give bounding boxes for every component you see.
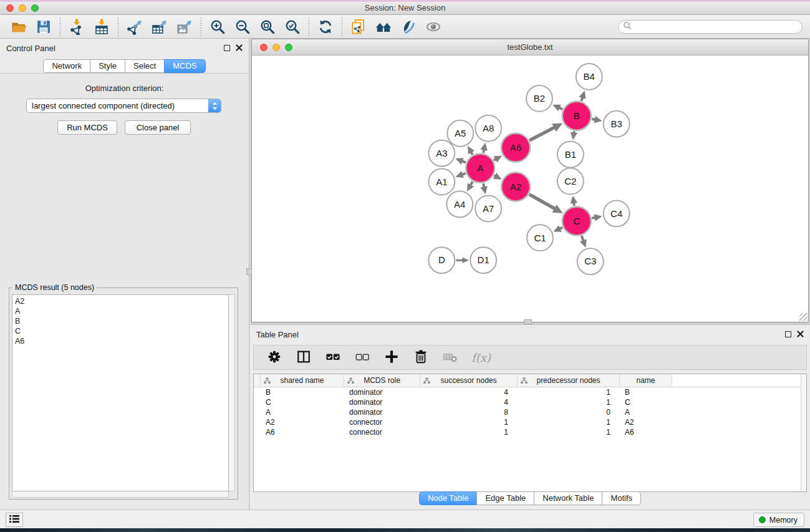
close-panel-icon[interactable] xyxy=(236,44,243,51)
add-row-button[interactable] xyxy=(383,349,400,365)
graph-edge-A-A3[interactable] xyxy=(455,158,466,165)
graph-node-B1[interactable]: B1 xyxy=(557,142,584,168)
graph-node-C2[interactable]: C2 xyxy=(557,168,584,195)
graph-edge-A-A1[interactable] xyxy=(455,171,465,178)
graph-edge-B-B3[interactable] xyxy=(592,116,602,123)
zoom-out-button[interactable] xyxy=(230,16,255,37)
tab-network-table[interactable]: Network Table xyxy=(534,491,602,505)
graphics-details-button[interactable] xyxy=(396,16,421,37)
graph-edge-C-C3[interactable] xyxy=(580,236,587,248)
mcds-result-item[interactable]: A6 xyxy=(15,336,226,346)
houses-button[interactable] xyxy=(371,16,396,37)
graph-node-A7[interactable]: A7 xyxy=(475,195,501,221)
mcds-result-item[interactable]: A xyxy=(15,306,226,316)
unselect-all-button[interactable] xyxy=(354,349,370,365)
import-network-button[interactable] xyxy=(64,16,89,37)
table-row[interactable]: A2connector11A2 xyxy=(254,417,806,427)
table-row[interactable]: Bdominator41B xyxy=(254,387,806,397)
zoom-window-button[interactable] xyxy=(31,4,39,12)
column-button[interactable] xyxy=(296,349,312,365)
mcds-result-item[interactable]: A2 xyxy=(15,296,226,306)
close-table-panel-icon[interactable] xyxy=(797,331,804,337)
graph-node-B2[interactable]: B2 xyxy=(526,85,552,112)
result-vertical-scrollbar[interactable] xyxy=(229,294,235,491)
memory-button[interactable]: Memory xyxy=(753,513,804,527)
graph-edge-A-A7[interactable] xyxy=(480,183,487,194)
table-row[interactable]: Cdominator41C xyxy=(254,397,806,407)
graph-node-C[interactable]: C xyxy=(562,206,591,235)
settings-button[interactable] xyxy=(266,349,282,365)
close-panel-button[interactable]: Close panel xyxy=(125,120,191,135)
graph-edge-B-B1[interactable] xyxy=(571,131,577,140)
horizontal-splitter-handle[interactable] xyxy=(524,319,532,324)
graph-node-A[interactable]: A xyxy=(466,154,494,183)
search-input[interactable] xyxy=(634,21,802,32)
graph-node-A3[interactable]: A3 xyxy=(428,140,455,167)
network-canvas[interactable]: AA1A2A3A4A5A6A7A8BB1B2B3B4CC1C2C3C4DD1 xyxy=(252,56,808,322)
optimization-criterion-select[interactable]: largest connected component (directed) xyxy=(26,99,221,113)
refresh-button[interactable] xyxy=(313,16,338,37)
network-minimize-button[interactable] xyxy=(272,44,280,51)
column-header-name[interactable]: name xyxy=(620,374,672,387)
graph-node-C3[interactable]: C3 xyxy=(577,248,604,274)
select-all-button[interactable] xyxy=(325,349,341,365)
table-vertical-scrollbar[interactable] xyxy=(801,374,806,491)
export-image-button[interactable] xyxy=(172,16,197,37)
tab-select[interactable]: Select xyxy=(125,59,165,73)
tab-node-table[interactable]: Node Table xyxy=(419,491,478,505)
float-table-panel-icon[interactable] xyxy=(785,331,791,337)
zoom-in-button[interactable] xyxy=(205,16,230,37)
graph-edge-C-C1[interactable] xyxy=(553,225,562,232)
graph-edge-C-C2[interactable] xyxy=(571,196,577,206)
search-box[interactable] xyxy=(618,20,803,34)
copy-network-button[interactable] xyxy=(346,16,371,37)
graph-node-A5[interactable]: A5 xyxy=(447,120,473,147)
graph-node-A1[interactable]: A1 xyxy=(428,169,455,195)
eye-button[interactable] xyxy=(421,16,446,37)
table-row[interactable]: Adominator80A xyxy=(254,407,806,417)
mcds-result-item[interactable]: B xyxy=(15,316,226,326)
minimize-window-button[interactable] xyxy=(19,4,26,12)
graph-node-A2[interactable]: A2 xyxy=(501,173,530,201)
function-builder-button[interactable]: f(x) xyxy=(471,351,491,364)
export-table-button[interactable] xyxy=(147,16,172,37)
zoom-fit-button[interactable] xyxy=(255,16,280,37)
graph-node-A4[interactable]: A4 xyxy=(446,191,473,217)
network-zoom-button[interactable] xyxy=(285,44,292,51)
table-row[interactable]: A6connector11A6 xyxy=(254,427,806,437)
tab-style[interactable]: Style xyxy=(90,59,125,73)
import-table-button[interactable] xyxy=(89,16,114,37)
graph-node-C4[interactable]: C4 xyxy=(604,200,630,226)
zoom-selected-button[interactable] xyxy=(280,16,305,37)
float-panel-icon[interactable] xyxy=(224,45,230,51)
graph-node-D1[interactable]: D1 xyxy=(470,247,496,273)
save-session-button[interactable] xyxy=(31,16,56,37)
open-session-button[interactable] xyxy=(6,16,31,37)
graph-node-B3[interactable]: B3 xyxy=(604,111,630,137)
graph-node-B[interactable]: B xyxy=(562,102,591,130)
delete-row-button[interactable] xyxy=(413,349,429,365)
network-close-button[interactable] xyxy=(260,44,268,51)
column-header-shared-name[interactable]: shared name xyxy=(261,374,344,387)
graph-edge-A2-C[interactable] xyxy=(529,195,563,213)
graph-edge-A-A6[interactable] xyxy=(494,155,503,162)
graph-node-B4[interactable]: B4 xyxy=(576,64,602,90)
column-header-predecessor-nodes[interactable]: predecessor nodes xyxy=(518,374,620,387)
graph-node-A8[interactable]: A8 xyxy=(475,115,501,142)
close-window-button[interactable] xyxy=(6,4,14,12)
vertical-splitter-handle[interactable] xyxy=(246,268,252,275)
delete-table-button[interactable] xyxy=(442,349,458,365)
graph-edge-B-B2[interactable] xyxy=(552,105,562,111)
tab-mcds[interactable]: MCDS xyxy=(164,59,205,73)
tab-motifs[interactable]: Motifs xyxy=(602,491,641,505)
graph-edge-C-C4[interactable] xyxy=(592,214,602,221)
column-header-MCDS-role[interactable]: MCDS role xyxy=(344,374,420,387)
result-horizontal-scrollbar[interactable] xyxy=(12,491,229,498)
graph-node-A6[interactable]: A6 xyxy=(501,133,530,162)
graph-edge-A6-B[interactable] xyxy=(529,123,562,141)
tab-network[interactable]: Network xyxy=(43,59,90,73)
run-mcds-button[interactable]: Run MCDS xyxy=(57,120,117,135)
export-network-button[interactable] xyxy=(122,16,147,37)
graph-edge-A-A8[interactable] xyxy=(480,143,487,153)
resize-grip[interactable] xyxy=(799,313,808,321)
